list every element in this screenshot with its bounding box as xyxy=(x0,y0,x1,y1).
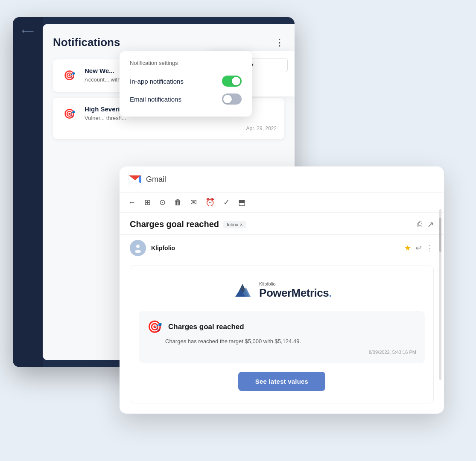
in-app-notifications-row: In-app notifications xyxy=(130,72,242,90)
delete-icon[interactable]: 🗑 xyxy=(174,198,182,207)
snooze-icon[interactable]: ⏰ xyxy=(205,198,215,207)
gmail-header: Gmail xyxy=(120,166,444,193)
report-icon[interactable]: ⊙ xyxy=(159,198,166,207)
sender-actions: ★ ↩ ⋮ xyxy=(404,243,434,253)
inbox-badge: Inbox × xyxy=(223,221,246,228)
sender-avatar xyxy=(130,240,146,256)
gmail-scrollbar-thumb xyxy=(439,218,441,252)
powermetrics-logo-icon xyxy=(232,280,253,301)
gmail-subject-bar: Charges goal reached Inbox × ⎙ ↗ xyxy=(120,213,444,235)
sender-row: Klipfolio ★ ↩ ⋮ xyxy=(120,235,444,261)
svg-point-2 xyxy=(136,245,140,248)
notifications-menu-button[interactable]: ⋮ xyxy=(275,38,284,47)
more-options-icon[interactable]: ⋮ xyxy=(426,243,434,253)
more-icon[interactable]: ⬒ xyxy=(238,198,245,207)
reply-icon[interactable]: ↩ xyxy=(415,243,422,253)
email-notifications-toggle[interactable] xyxy=(222,93,242,105)
notification-goal-icon: 🎯 xyxy=(61,105,78,123)
inbox-close-icon[interactable]: × xyxy=(240,222,242,227)
gmail-logo: Gmail xyxy=(128,172,166,186)
toggle-track xyxy=(222,93,242,105)
email-subject: Charges goal reached xyxy=(130,219,219,229)
settings-popup: Notification settings In-app notificatio… xyxy=(120,51,252,117)
email-goal-icon: 🎯 xyxy=(147,320,162,334)
email-logo-section: Klipfolio PowerMetrics. xyxy=(130,266,433,311)
email-notifications-row: Email notifications xyxy=(130,90,242,108)
gmail-app-name: Gmail xyxy=(146,175,166,184)
powermetrics-logo-text: Klipfolio PowerMetrics. xyxy=(259,281,332,300)
notifications-header: Notifications ⋮ xyxy=(53,36,284,49)
notification-goal-icon: 🎯 xyxy=(61,67,78,84)
toggle-thumb xyxy=(223,95,232,103)
sidebar: ⟵ xyxy=(13,17,43,367)
notification-date: Apr. 29, 2022 xyxy=(85,125,277,131)
see-latest-values-button[interactable]: See latest values xyxy=(238,372,325,391)
powermetrics-label: PowerMetrics. xyxy=(259,286,332,300)
svg-point-3 xyxy=(135,250,141,253)
email-notif-title: Charges goal reached xyxy=(168,323,244,331)
email-content-card: Klipfolio PowerMetrics. 🎯 Charges goal r… xyxy=(130,266,434,403)
mark-unread-icon[interactable]: ✉ xyxy=(190,198,197,207)
done-icon[interactable]: ✓ xyxy=(223,198,230,207)
notifications-title: Notifications xyxy=(53,36,120,49)
email-notif-header: 🎯 Charges goal reached xyxy=(147,320,416,334)
klipfolio-label: Klipfolio xyxy=(259,281,332,286)
in-app-notifications-toggle[interactable] xyxy=(222,76,242,87)
email-notif-desc: Charges has reached the target $5,000 wi… xyxy=(165,338,416,344)
avatar-icon xyxy=(133,243,143,253)
star-icon[interactable]: ★ xyxy=(404,243,411,253)
gmail-toolbar: ← ⊞ ⊙ 🗑 ✉ ⏰ ✓ ⬒ xyxy=(120,193,444,213)
open-external-icon[interactable]: ↗ xyxy=(427,220,434,229)
email-notifications-label: Email notifications xyxy=(130,96,181,103)
email-notif-timestamp: 8/09/2022, 5:43:16 PM xyxy=(147,350,416,355)
sidebar-collapse-icon[interactable]: ⟵ xyxy=(22,26,34,36)
toggle-track xyxy=(222,76,242,87)
gmail-scrollbar[interactable] xyxy=(439,209,441,380)
archive-icon[interactable]: ⊞ xyxy=(144,198,151,207)
settings-popup-title: Notification settings xyxy=(130,60,242,66)
inbox-badge-text: Inbox xyxy=(227,222,238,227)
subject-left: Charges goal reached Inbox × xyxy=(130,219,246,229)
toggle-thumb xyxy=(232,77,240,85)
print-icon[interactable]: ⎙ xyxy=(418,220,422,229)
gmail-panel: Gmail ← ⊞ ⊙ 🗑 ✉ ⏰ ✓ ⬒ Charges goal reach… xyxy=(120,166,444,414)
sender-name: Klipfolio xyxy=(151,245,175,251)
back-icon[interactable]: ← xyxy=(128,198,136,207)
gmail-colored-icon xyxy=(128,172,142,186)
in-app-notifications-label: In-app notifications xyxy=(130,78,184,85)
email-body: Klipfolio PowerMetrics. 🎯 Charges goal r… xyxy=(120,261,444,414)
subject-actions: ⎙ ↗ xyxy=(418,220,434,229)
email-notification-block: 🎯 Charges goal reached Charges has reach… xyxy=(139,311,425,363)
sender-info: Klipfolio xyxy=(130,240,175,256)
